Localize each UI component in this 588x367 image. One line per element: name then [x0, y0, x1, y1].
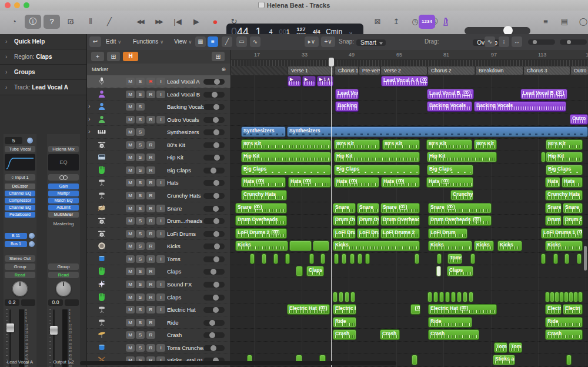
region-electric-h[interactable]: Electric H: [333, 304, 356, 315]
input-monitor-button[interactable]: I: [156, 230, 165, 238]
region-clip[interactable]: [320, 253, 325, 264]
region-drum-ove[interactable]: Drum Ove: [333, 215, 356, 226]
mute-button[interactable]: M: [126, 78, 135, 85]
solo-button[interactable]: S: [136, 91, 145, 98]
track-on-off-slider[interactable]: [203, 282, 225, 288]
region-ride[interactable]: Ride: [333, 317, 356, 328]
mute-button[interactable]: M: [126, 293, 135, 301]
region-clip[interactable]: [541, 152, 546, 162]
plugin-slot-gain[interactable]: Gain: [48, 184, 79, 189]
region-snare[interactable]: Snare: [333, 203, 356, 213]
track-header-drum-rheads[interactable]: MSRIDrum...rheads: [87, 215, 230, 228]
region-synthesizers[interactable]: Synthesizers: [287, 126, 588, 137]
region-crash[interactable]: Crash: [428, 329, 479, 340]
region-hip-kit[interactable]: Hip Kit: [334, 152, 420, 162]
region-lofi-drums-1[interactable]: LoFi Drums 1: [541, 228, 583, 239]
catch-playhead-icon[interactable]: ↩: [89, 36, 101, 47]
region-big-claps[interactable]: Big Claps: [241, 165, 331, 175]
region-clip[interactable]: [415, 253, 419, 264]
arrangement-marker-chorus-2[interactable]: Chorus 2: [427, 66, 475, 75]
region-kicks[interactable]: Kicks: [235, 241, 288, 251]
library-icon[interactable]: ◔: [6, 15, 22, 29]
snap-dropdown[interactable]: Smart: [356, 39, 386, 46]
region-clip[interactable]: [250, 253, 255, 264]
solo-button[interactable]: S: [136, 331, 145, 339]
region-hats[interactable]: Hats: [288, 177, 331, 188]
region-clip[interactable]: [554, 292, 559, 302]
record-enable-button[interactable]: R: [146, 166, 155, 174]
solo-button[interactable]: S: [136, 217, 145, 225]
track-on-off-slider[interactable]: [203, 104, 225, 110]
forward-icon[interactable]: ▶▶: [151, 15, 167, 29]
smart-controls-icon[interactable]: ☼: [64, 15, 80, 29]
record-enable-button[interactable]: R: [146, 116, 155, 124]
region-drum-overheads[interactable]: Drum Overheads: [235, 215, 287, 226]
region-lead-vocal-b[interactable]: Lead Vocal B: [427, 89, 474, 99]
region-outro-v[interactable]: Outro V: [570, 114, 588, 125]
solo-button[interactable]: S: [136, 205, 145, 212]
record-enable-button[interactable]: R: [146, 179, 155, 186]
mute-button[interactable]: M: [126, 242, 135, 250]
region-ride[interactable]: Ride: [428, 317, 472, 328]
region-drum-overheads[interactable]: Drum Overheads: [380, 215, 420, 226]
patch-setting-button[interactable]: Tube Vocal: [5, 146, 35, 152]
disclosure-chevron-icon[interactable]: ›: [88, 102, 91, 109]
input-monitor-button[interactable]: I: [156, 91, 165, 98]
arrangement-marker-chorus-1[interactable]: Chorus 1: [335, 66, 358, 75]
arrangement-marker-pre-verse[interactable]: Pre-verse: [359, 66, 380, 75]
track-header-outro-vocals[interactable]: ›MSRIOutro Vocals: [87, 114, 230, 126]
region-clip[interactable]: [285, 253, 290, 264]
mute-button[interactable]: M: [126, 230, 135, 238]
region-crunchy-hats[interactable]: Crunchy Hats: [545, 190, 583, 201]
solo-button[interactable]: S: [136, 242, 145, 250]
record-enable-button[interactable]: R: [146, 242, 155, 250]
region-snare[interactable]: Snare: [380, 203, 420, 213]
region-clip[interactable]: [427, 292, 432, 302]
mute-button[interactable]: M: [126, 154, 135, 161]
region-kicks[interactable]: Kicks: [333, 241, 420, 251]
region-clip[interactable]: [433, 292, 438, 302]
region-hats[interactable]: Hats: [334, 177, 379, 188]
marker-global-track[interactable]: Marker ⊕: [87, 64, 230, 76]
region-80-s-kit[interactable]: 80's Kit: [382, 139, 420, 150]
bar-ruler[interactable]: 1733496581971131: [231, 50, 588, 59]
region-lead-voc[interactable]: Lead Voc: [335, 89, 359, 99]
mute-button[interactable]: M: [126, 91, 135, 98]
solo-button[interactable]: S: [136, 230, 145, 238]
region-clip[interactable]: [358, 253, 362, 264]
mute-button[interactable]: M: [126, 205, 135, 212]
volume-value-box[interactable]: 0.0: [48, 299, 63, 306]
region-snare[interactable]: Snare: [545, 203, 562, 213]
track-on-off-slider[interactable]: [203, 256, 225, 262]
output-slot[interactable]: Stereo Out: [5, 255, 35, 262]
solo-button[interactable]: S: [136, 281, 145, 288]
solo-button[interactable]: S: [136, 319, 145, 326]
track-header-backing-vocals[interactable]: ›MSBacking Vocals: [87, 101, 230, 114]
record-enable-button[interactable]: R: [146, 230, 155, 238]
editors-icon[interactable]: ╱: [101, 15, 118, 29]
input-monitor-button[interactable]: I: [156, 255, 165, 263]
mute-button[interactable]: M: [126, 344, 135, 352]
region-backing-vocals[interactable]: Backing Vocals: [474, 101, 566, 112]
track-header-snare[interactable]: MSRISnare: [87, 202, 230, 215]
automation-mode-button[interactable]: Read: [5, 272, 35, 278]
record-enable-button[interactable]: R: [146, 331, 155, 339]
region-lofi-drum[interactable]: LoFi Drum: [428, 228, 467, 239]
track-header-claps[interactable]: MSRIClaps: [87, 291, 230, 304]
region-80-s-kit[interactable]: 80's Kit: [334, 139, 380, 150]
grid-view-icon[interactable]: ▦: [195, 36, 206, 47]
track-on-off-slider[interactable]: [203, 129, 225, 135]
solo-button[interactable]: S: [136, 268, 145, 275]
region-snare[interactable]: Snare: [357, 203, 379, 213]
region-clip[interactable]: [577, 253, 582, 264]
region-hats[interactable]: Hats: [562, 177, 583, 188]
sidebar-section-quick-help[interactable]: ›Quick Help: [0, 34, 86, 49]
region-clip[interactable]: [469, 292, 473, 302]
region-electric-h[interactable]: Electric H: [545, 304, 562, 315]
plugin-slot-compressor[interactable]: Compressor: [5, 198, 35, 203]
region-80-s-kit[interactable]: 80's Kit: [474, 139, 497, 150]
plugin-slot-match-eq[interactable]: Match EQ: [48, 198, 79, 203]
track-header-lead-vocal-a[interactable]: MSRILead Vocal A: [87, 75, 230, 88]
region-clip[interactable]: [445, 292, 450, 302]
track-header-hip-kit[interactable]: MSRHip Kit: [87, 151, 230, 164]
